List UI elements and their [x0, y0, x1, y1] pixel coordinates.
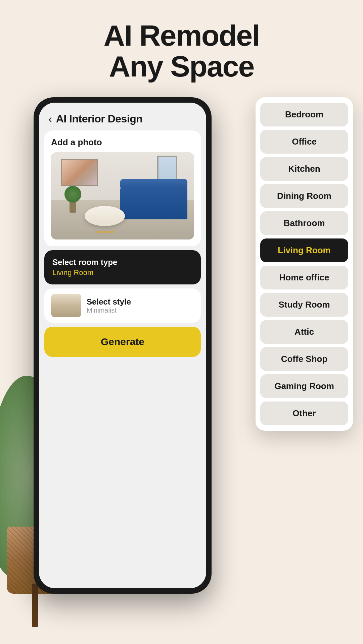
- dropdown-item-bathroom[interactable]: Bathroom: [260, 211, 348, 235]
- style-value: Minimalist: [87, 307, 131, 314]
- screen-title: AI Interior Design: [56, 113, 143, 125]
- headline: AI Remodel Any Space: [0, 20, 363, 82]
- room-image: [51, 152, 194, 239]
- room-table: [85, 206, 125, 226]
- room-type-label: Select room type: [52, 258, 193, 267]
- phone-screen: ‹ AI Interior Design Add a photo Select …: [39, 103, 206, 588]
- dropdown-item-kitchen[interactable]: Kitchen: [260, 157, 348, 181]
- page-header: AI Remodel Any Space: [0, 20, 363, 82]
- style-info: Select style Minimalist: [87, 297, 131, 314]
- dropdown-item-dining-room[interactable]: Dining Room: [260, 184, 348, 208]
- dropdown-item-bedroom[interactable]: Bedroom: [260, 103, 348, 126]
- background-stick: [32, 584, 38, 627]
- phone-header: ‹ AI Interior Design: [39, 103, 206, 130]
- style-thumbnail: [51, 294, 81, 317]
- room-artwork: [61, 159, 98, 186]
- room-type-section[interactable]: Select room type Living Room: [44, 250, 201, 284]
- generate-button[interactable]: Generate: [44, 327, 201, 357]
- dropdown-item-home-office[interactable]: Home office: [260, 266, 348, 289]
- room-sofa: [120, 186, 187, 219]
- dropdown-item-coffe-shop[interactable]: Coffe Shop: [260, 347, 348, 371]
- style-thumbnail-inner: [51, 294, 81, 317]
- room-plant: [64, 186, 81, 213]
- photo-label: Add a photo: [51, 137, 194, 148]
- room-type-dropdown: BedroomOfficeKitchenDining RoomBathroomL…: [256, 97, 353, 431]
- back-button[interactable]: ‹: [48, 113, 52, 125]
- photo-preview[interactable]: [51, 152, 194, 239]
- dropdown-item-study-room[interactable]: Study Room: [260, 293, 348, 317]
- style-label: Select style: [87, 297, 131, 307]
- dropdown-item-living-room[interactable]: Living Room: [260, 238, 348, 262]
- dropdown-item-office[interactable]: Office: [260, 130, 348, 154]
- dropdown-item-other[interactable]: Other: [260, 401, 348, 425]
- dropdown-item-gaming-room[interactable]: Gaming Room: [260, 374, 348, 398]
- dropdown-item-attic[interactable]: Attic: [260, 320, 348, 344]
- room-type-value: Living Room: [52, 268, 193, 277]
- phone-mockup: ‹ AI Interior Design Add a photo Select …: [34, 97, 212, 594]
- photo-section: Add a photo: [44, 130, 201, 246]
- style-section[interactable]: Select style Minimalist: [44, 288, 201, 323]
